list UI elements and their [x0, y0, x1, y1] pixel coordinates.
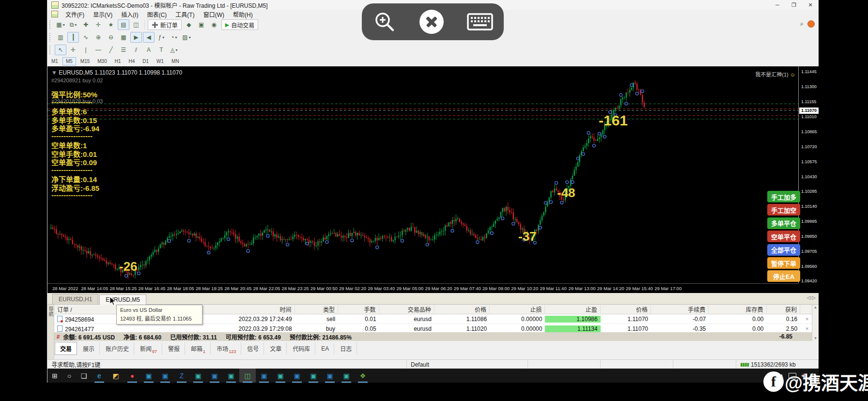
- terminal-tab-市场[interactable]: 市场123: [212, 342, 241, 355]
- periods-icon[interactable]: ◔▾: [168, 32, 180, 43]
- column-header[interactable]: 类型: [295, 305, 338, 313]
- timeframe-m1[interactable]: M1: [48, 57, 62, 65]
- new-order-button[interactable]: ➕新订单: [148, 19, 182, 30]
- notification-badge[interactable]: [807, 20, 815, 28]
- column-header[interactable]: 止盈: [545, 305, 600, 313]
- channel-icon[interactable]: ⫽: [130, 45, 142, 55]
- taskbar-app-browser-red[interactable]: ●: [124, 369, 140, 383]
- navigator-vertical-tab[interactable]: 导航: [47, 305, 54, 359]
- candlestick-chart-icon[interactable]: ┃: [67, 32, 79, 43]
- taskbar-app-app-teal-5[interactable]: ▣: [338, 369, 355, 383]
- taskbar-app-app-teal-2[interactable]: ▣: [223, 369, 239, 383]
- terminal-tab-邮箱[interactable]: 邮箱1: [186, 342, 211, 355]
- strategy-tester-icon[interactable]: ◫: [130, 19, 142, 30]
- bar-chart-icon[interactable]: ▥: [55, 32, 66, 43]
- tile-windows-icon[interactable]: ▦: [118, 32, 129, 43]
- zoom-in-icon[interactable]: ⊕: [93, 32, 104, 43]
- taskbar-app-app-blue-2[interactable]: ▣: [157, 369, 173, 383]
- terminal-scrollbar[interactable]: ▲▼: [812, 305, 819, 341]
- timeframe-m5[interactable]: M5: [62, 57, 76, 65]
- minimize-button[interactable]: ─: [769, 0, 786, 10]
- taskbar-app-edge[interactable]: e: [91, 369, 108, 383]
- keyboard-icon[interactable]: [466, 11, 494, 32]
- timeframe-w1[interactable]: W1: [153, 57, 167, 65]
- market-watch-icon[interactable]: ✚: [80, 19, 92, 30]
- terminal-tab-文章[interactable]: 文章: [265, 342, 287, 355]
- taskbar-app-app-blue-4[interactable]: ▣: [256, 369, 272, 383]
- terminal-tab-交易[interactable]: 交易: [55, 342, 77, 355]
- vertical-line-icon[interactable]: |: [80, 45, 92, 55]
- tab-scroll-arrows[interactable]: ◁ ▷: [807, 295, 816, 300]
- column-header[interactable]: 价格: [434, 305, 490, 313]
- menu-item[interactable]: 图表(C): [143, 11, 171, 19]
- terminal-tab-新闻[interactable]: 新闻97: [135, 342, 162, 355]
- taskbar-app-app-blue-1[interactable]: ▣: [140, 369, 157, 383]
- terminal-tab-警报[interactable]: 警报: [163, 342, 185, 355]
- close-order-icon[interactable]: ✕: [800, 317, 812, 322]
- column-header[interactable]: 获利: [767, 305, 801, 313]
- cursor-icon[interactable]: ↖: [55, 45, 66, 55]
- timeframe-h4[interactable]: H4: [125, 57, 139, 65]
- taskbar-app-app-z[interactable]: Z: [173, 369, 190, 383]
- side-button-6[interactable]: 暂停下单: [767, 257, 800, 269]
- chart-shift-icon[interactable]: ◀: [143, 32, 155, 43]
- timeframe-mn[interactable]: MN: [168, 57, 183, 65]
- taskbar-app-app-teal-4[interactable]: ▣: [305, 369, 322, 383]
- terminal-tab-ea[interactable]: EA: [316, 343, 334, 354]
- taskbar-app-app-teal-3[interactable]: ▣: [272, 369, 289, 383]
- column-header[interactable]: 库存费: [709, 305, 766, 313]
- taskbar-app-app-blue-5[interactable]: ▣: [289, 369, 305, 383]
- close-button[interactable]: ✕: [802, 0, 819, 10]
- alerts-icon[interactable]: ◉: [208, 19, 220, 30]
- menu-item[interactable]: 工具(T): [171, 11, 199, 19]
- side-button-7[interactable]: 停止EA: [767, 270, 800, 282]
- fibonacci-icon[interactable]: ☰: [118, 45, 129, 55]
- taskbar-search-icon[interactable]: ○: [62, 369, 77, 383]
- terminal-tab-展示[interactable]: 展示: [78, 342, 100, 355]
- side-button-2[interactable]: 手工加空: [767, 204, 800, 216]
- crosshair-cursor-icon[interactable]: ✛: [93, 19, 104, 30]
- text-icon[interactable]: A: [143, 45, 155, 55]
- column-header[interactable]: 交易品种: [379, 305, 434, 313]
- zoom-in-icon[interactable]: [372, 9, 397, 34]
- menu-item[interactable]: 帮助(H): [229, 11, 257, 19]
- taskbar-app-app-blue-6[interactable]: ▣: [322, 369, 338, 383]
- taskbar-app-app-blue-3[interactable]: ▣: [206, 369, 223, 383]
- taskbar-app-explorer[interactable]: ◩: [108, 369, 124, 383]
- profiles-icon[interactable]: ⧉▾: [67, 19, 79, 30]
- task-view-icon[interactable]: ❑: [77, 369, 91, 383]
- menu-item[interactable]: 显示(V): [89, 11, 117, 19]
- restore-button[interactable]: ❐: [786, 0, 802, 10]
- auto-scroll-icon[interactable]: ▶: [130, 32, 142, 43]
- side-button-4[interactable]: 空单平仓: [767, 231, 800, 242]
- trendline-icon[interactable]: ╱: [105, 45, 117, 55]
- timeframe-h1[interactable]: H1: [111, 57, 124, 65]
- chart-tab-eurusd-m5[interactable]: EURUSD,M5: [99, 294, 146, 305]
- side-button-5[interactable]: 全部平仓: [767, 244, 800, 256]
- timeframe-d1[interactable]: D1: [139, 57, 152, 65]
- crosshair-icon[interactable]: ✛: [67, 45, 79, 55]
- timeframe-m30[interactable]: M30: [94, 57, 110, 65]
- chart-area[interactable]: ▼ EURUSD,M5 1.11023 1.11070 1.10998 1.11…: [47, 66, 819, 293]
- expert-icon[interactable]: ▣: [196, 19, 207, 30]
- metaeditor-icon[interactable]: ◆: [183, 19, 195, 30]
- menu-item[interactable]: 窗口(W): [199, 11, 229, 19]
- terminal-tab-代码库[interactable]: 代码库: [288, 342, 315, 355]
- menu-item[interactable]: 插入(I): [117, 11, 142, 19]
- data-window-icon[interactable]: ▤: [118, 19, 129, 30]
- remote-session-icon[interactable]: [418, 8, 446, 36]
- terminal-tab-日志[interactable]: 日志: [335, 342, 357, 355]
- taskbar-app-app-green[interactable]: ❖: [355, 369, 371, 383]
- taskbar-app-app-teal-1[interactable]: ▣: [190, 369, 206, 383]
- column-header[interactable]: 止损: [490, 305, 545, 313]
- indicators-icon[interactable]: ƒ▾: [155, 32, 167, 43]
- new-chart-icon[interactable]: ▦▾: [55, 19, 66, 30]
- side-button-3[interactable]: 多单平仓: [767, 217, 800, 229]
- taskbar-app-mt4-terminal[interactable]: ◫: [239, 369, 256, 383]
- start-button[interactable]: ⊞: [47, 369, 62, 383]
- shapes-icon[interactable]: ◬▾: [168, 45, 180, 55]
- search-icon[interactable]: ⌕: [800, 20, 804, 28]
- zoom-out-icon[interactable]: ⊖: [105, 32, 117, 43]
- autotrade-button[interactable]: ▶自动交易: [221, 19, 258, 30]
- horizontal-line-icon[interactable]: —: [93, 45, 104, 55]
